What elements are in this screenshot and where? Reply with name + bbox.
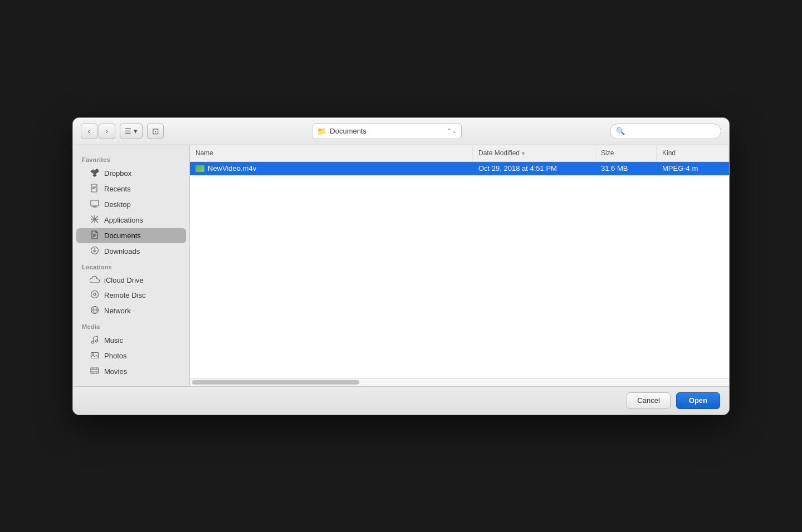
nav-buttons: ‹ › — [81, 124, 115, 139]
svg-rect-8 — [92, 188, 95, 189]
sidebar-item-label: Network — [104, 307, 131, 315]
desktop-icon — [90, 199, 100, 210]
network-icon — [90, 306, 100, 316]
documents-icon — [90, 230, 100, 241]
cancel-button[interactable]: Cancel — [627, 392, 670, 409]
view-icon: ☰ — [125, 127, 131, 135]
remote-disc-icon — [90, 290, 100, 301]
sidebar-item-movies[interactable]: Movies — [76, 364, 186, 379]
photos-icon — [90, 351, 100, 361]
music-icon — [90, 335, 100, 346]
file-size-cell: 31.6 MB — [595, 162, 657, 175]
sidebar-item-network[interactable]: Network — [76, 303, 186, 318]
sidebar-item-label: Recents — [104, 185, 131, 193]
sidebar-item-label: Music — [104, 336, 123, 344]
location-text: Documents — [330, 127, 443, 135]
dropbox-icon — [90, 168, 100, 179]
locations-label: Locations — [73, 259, 189, 273]
sidebar-item-label: Desktop — [104, 200, 131, 209]
location-folder-icon: 📁 — [317, 127, 326, 136]
svg-rect-30 — [91, 368, 99, 373]
folder-icon: ⊡ — [152, 126, 159, 136]
scroll-thumb[interactable] — [192, 380, 359, 385]
sidebar-item-documents[interactable]: Documents — [76, 228, 186, 243]
search-icon: 🔍 — [616, 127, 625, 135]
sidebar-item-label: Movies — [104, 367, 127, 376]
search-bar[interactable]: 🔍 — [610, 124, 721, 139]
file-name-text: NewVideo.m4v — [208, 164, 256, 173]
sidebar-item-label: Documents — [104, 231, 141, 240]
svg-point-21 — [91, 290, 99, 298]
applications-icon — [90, 215, 100, 225]
sort-arrow-icon: ▾ — [522, 150, 525, 156]
svg-rect-7 — [92, 187, 96, 188]
media-label: Media — [73, 319, 189, 332]
bottom-bar: Cancel Open — [73, 386, 729, 415]
sidebar: Favorites Dropbox — [73, 145, 190, 386]
sidebar-item-label: Downloads — [104, 247, 140, 255]
sidebar-item-remote-disc[interactable]: Remote Disc — [76, 288, 186, 303]
forward-icon: › — [106, 127, 108, 135]
horizontal-scrollbar[interactable] — [190, 378, 729, 386]
downloads-icon — [90, 246, 100, 257]
sidebar-item-label: Photos — [104, 352, 126, 360]
toolbar: ‹ › ☰ ▾ ⊡ 📁 Documents ⌃⌄ 🔍 — [73, 118, 729, 145]
view-arrow-icon: ▾ — [134, 127, 138, 135]
back-button[interactable]: ‹ — [81, 124, 97, 139]
sidebar-item-label: Applications — [104, 216, 143, 224]
file-kind-cell: MPEG-4 m — [657, 162, 729, 175]
sidebar-item-downloads[interactable]: Downloads — [76, 244, 186, 259]
search-input[interactable] — [628, 127, 715, 135]
column-headers: Name Date Modified ▾ Size Kind — [190, 145, 729, 162]
file-date-text: Oct 29, 2018 at 4:51 PM — [478, 164, 557, 173]
sidebar-item-photos[interactable]: Photos — [76, 348, 186, 363]
svg-rect-6 — [92, 186, 96, 186]
sidebar-item-label: Remote Disc — [104, 291, 145, 299]
svg-marker-4 — [92, 174, 97, 177]
forward-button[interactable]: › — [99, 124, 115, 139]
sidebar-item-desktop[interactable]: Desktop — [76, 197, 186, 212]
file-list: NewVideo.m4v Oct 29, 2018 at 4:51 PM 31.… — [190, 162, 729, 378]
main-area: Favorites Dropbox — [73, 145, 729, 386]
open-button[interactable]: Open — [676, 392, 720, 409]
size-column-header[interactable]: Size — [595, 145, 657, 161]
file-name-cell: NewVideo.m4v — [190, 162, 473, 175]
sidebar-item-icloud[interactable]: iCloud Drive — [76, 273, 186, 287]
file-size-text: 31.6 MB — [601, 164, 628, 173]
svg-rect-9 — [91, 200, 99, 206]
file-dialog: ‹ › ☰ ▾ ⊡ 📁 Documents ⌃⌄ 🔍 Favorites — [72, 117, 730, 415]
name-column-header[interactable]: Name — [190, 145, 473, 161]
sidebar-item-recents[interactable]: Recents — [76, 181, 186, 196]
favorites-label: Favorites — [73, 152, 189, 165]
back-icon: ‹ — [88, 127, 90, 135]
file-date-cell: Oct 29, 2018 at 4:51 PM — [473, 162, 595, 175]
sidebar-item-applications[interactable]: Applications — [76, 213, 186, 228]
file-thumbnail-icon — [195, 165, 204, 172]
date-column-header[interactable]: Date Modified ▾ — [473, 145, 595, 161]
svg-rect-28 — [91, 352, 99, 358]
movies-icon — [90, 366, 100, 377]
table-row[interactable]: NewVideo.m4v Oct 29, 2018 at 4:51 PM 31.… — [190, 162, 729, 175]
svg-point-22 — [94, 293, 96, 295]
icloud-icon — [90, 275, 100, 285]
location-arrows-icon: ⌃⌄ — [447, 127, 457, 135]
new-folder-button[interactable]: ⊡ — [147, 124, 164, 139]
location-bar[interactable]: 📁 Documents ⌃⌄ — [312, 124, 461, 139]
kind-column-header[interactable]: Kind — [657, 145, 729, 161]
sidebar-item-label: Dropbox — [104, 169, 131, 178]
sidebar-item-label: iCloud Drive — [104, 276, 144, 284]
file-area: Name Date Modified ▾ Size Kind — [190, 145, 729, 386]
sidebar-item-dropbox[interactable]: Dropbox — [76, 166, 186, 181]
view-button[interactable]: ☰ ▾ — [120, 124, 143, 139]
file-kind-text: MPEG-4 m — [662, 164, 698, 173]
sidebar-item-music[interactable]: Music — [76, 333, 186, 348]
recents-icon — [90, 184, 100, 194]
